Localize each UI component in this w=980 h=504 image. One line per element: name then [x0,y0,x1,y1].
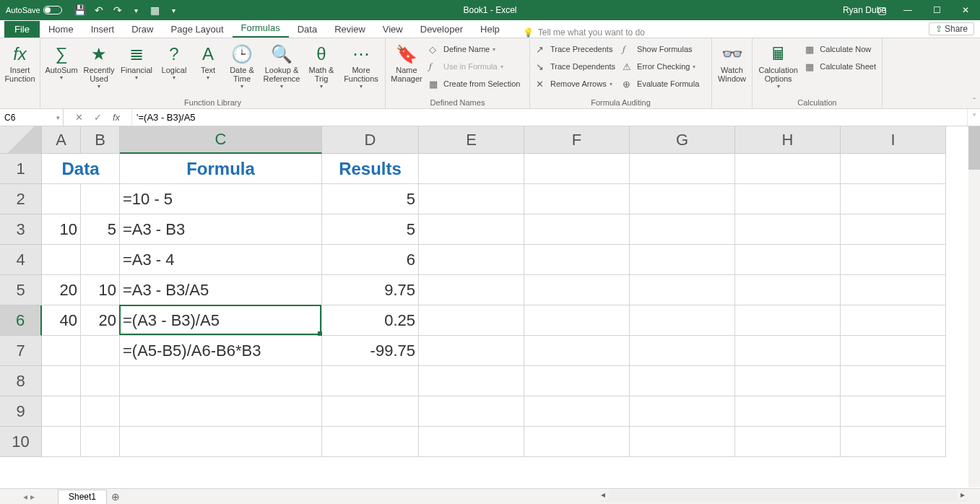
col-header-A[interactable]: A [42,126,81,154]
cell-A8[interactable] [42,366,81,396]
cell-G5[interactable] [630,275,735,305]
financial-button[interactable]: ≣Financial▾ [118,41,155,97]
cell-C9[interactable] [120,396,322,427]
cell-C7[interactable]: =(A5-B5)/A6-B6*B3 [120,336,322,366]
hscroll-left-icon[interactable]: ◂ [597,489,609,500]
cell-D1[interactable]: Results [322,154,419,184]
calc-options-button[interactable]: 🖩Calculation Options▾ [755,41,801,97]
col-header-D[interactable]: D [322,126,419,154]
cell-E1[interactable] [419,154,524,184]
qat-customize-icon[interactable]: ▾ [166,2,182,18]
cell-D5[interactable]: 9.75 [322,275,419,305]
tell-me[interactable]: 💡 Tell me what you want to do [508,27,645,38]
cell-F8[interactable] [524,366,630,396]
cell-I10[interactable] [841,427,946,457]
cell-H7[interactable] [735,336,841,366]
undo-icon[interactable]: ↶ [91,2,107,18]
tab-data[interactable]: Data [289,21,326,38]
cell-B5[interactable]: 10 [81,275,120,305]
minimize-button[interactable]: — [893,0,922,20]
collapse-ribbon-icon[interactable]: ˇ [973,97,976,105]
cell-D6[interactable]: 0.25 [322,305,419,336]
cell-F10[interactable] [524,427,630,457]
cell-H8[interactable] [735,366,841,396]
sheet-tab-1[interactable]: Sheet1 [58,490,107,504]
cell-G3[interactable] [630,214,735,245]
cell-I2[interactable] [841,184,946,214]
cancel-formula-icon[interactable]: ✕ [71,112,87,123]
cell-C5[interactable]: =A3 - B3/A5 [120,275,322,305]
cell-H5[interactable] [735,275,841,305]
cell-H10[interactable] [735,427,841,457]
tab-help[interactable]: Help [472,21,508,38]
autosave-switch[interactable] [43,6,62,14]
cell-H4[interactable] [735,245,841,275]
cell-I3[interactable] [841,214,946,245]
row-header-1[interactable]: 1 [0,154,42,184]
redo-icon[interactable]: ↷ [110,2,126,18]
cell-D3[interactable]: 5 [322,214,419,245]
recently-used-button[interactable]: ★Recently Used▾ [81,41,117,97]
tab-formulas[interactable]: Formulas [233,19,289,38]
cell-I1[interactable] [841,154,946,184]
cell-F3[interactable] [524,214,630,245]
cell-C8[interactable] [120,366,322,396]
select-all-corner[interactable] [0,126,42,154]
cell-D4[interactable]: 6 [322,245,419,275]
row-header-7[interactable]: 7 [0,336,42,366]
cell-F1[interactable] [524,154,630,184]
cell-E3[interactable] [419,214,524,245]
cell-F9[interactable] [524,396,630,427]
cell-D7[interactable]: -99.75 [322,336,419,366]
cell-I9[interactable] [841,396,946,427]
row-header-6[interactable]: 6 [0,305,42,336]
tab-developer[interactable]: Developer [412,21,472,38]
cell-B7[interactable] [81,336,120,366]
autosum-button[interactable]: ∑AutoSum▾ [43,41,79,97]
watch-window-button[interactable]: 👓Watch Window [715,41,749,105]
cell-G7[interactable] [630,336,735,366]
show-formulas-button[interactable]: 𝑓Show Formulas [620,41,702,57]
cell-D9[interactable] [322,396,419,427]
row-header-2[interactable]: 2 [0,184,42,214]
datetime-button[interactable]: 🕒Date & Time▾ [224,41,260,97]
cell-B3[interactable]: 5 [81,214,120,245]
cell-A4[interactable] [42,245,81,275]
close-button[interactable]: ✕ [951,0,980,20]
create-from-selection-button[interactable]: ▦Create from Selection [426,76,523,92]
col-header-G[interactable]: G [630,126,735,154]
cell-E7[interactable] [419,336,524,366]
cell-I7[interactable] [841,336,946,366]
cell-E9[interactable] [419,396,524,427]
cell-A10[interactable] [42,427,81,457]
name-box[interactable]: C6 ▾ [0,109,64,126]
cell-A7[interactable] [42,336,81,366]
cell-D2[interactable]: 5 [322,184,419,214]
ribbon-display-icon[interactable]: ▢ [870,0,893,20]
cell-G10[interactable] [630,427,735,457]
cell-A1[interactable]: Data [42,154,120,184]
more-functions-button[interactable]: ⋯More Functions▾ [341,41,381,97]
col-header-E[interactable]: E [419,126,524,154]
cell-H1[interactable] [735,154,841,184]
name-manager-button[interactable]: 🔖Name Manager [389,41,425,97]
horizontal-scrollbar[interactable] [600,490,968,502]
hscroll-right-icon[interactable]: ▸ [957,489,968,500]
row-header-3[interactable]: 3 [0,214,42,245]
cell-B9[interactable] [81,396,120,427]
tab-view[interactable]: View [374,21,412,38]
cell-C2[interactable]: =10 - 5 [120,184,322,214]
define-name-button[interactable]: ◇Define Name▾ [426,41,523,57]
cell-F2[interactable] [524,184,630,214]
col-header-H[interactable]: H [735,126,841,154]
formula-input[interactable]: '=(A3 - B3)/A5 [132,109,967,126]
tab-file[interactable]: File [4,21,40,38]
expand-formula-bar-icon[interactable]: ˅ [967,109,980,126]
cell-G1[interactable] [630,154,735,184]
vertical-scrollbar[interactable] [968,126,980,487]
save-icon[interactable]: 💾 [72,2,88,18]
remove-arrows-button[interactable]: ✕Remove Arrows▾ [533,76,618,92]
cell-D8[interactable] [322,366,419,396]
name-box-dropdown-icon[interactable]: ▾ [56,114,60,121]
cell-E10[interactable] [419,427,524,457]
